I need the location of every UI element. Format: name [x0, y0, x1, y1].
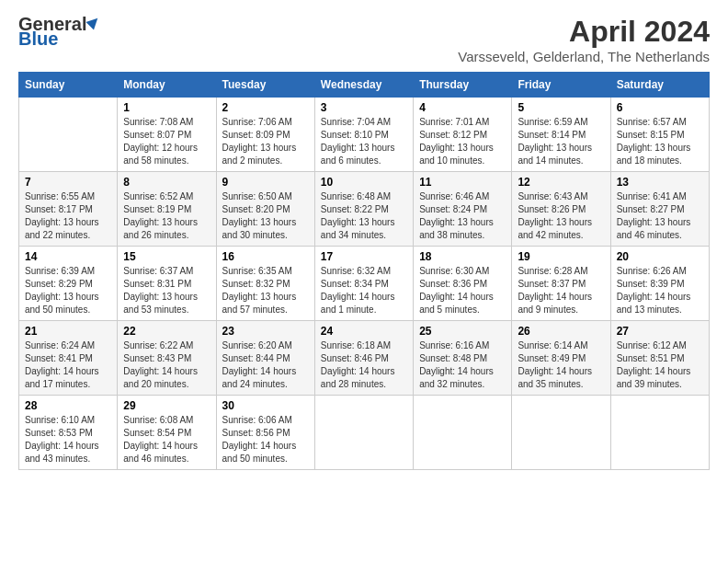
calendar-cell: 21Sunrise: 6:24 AMSunset: 8:41 PMDayligh…	[19, 321, 118, 396]
day-info-line: and 35 minutes.	[518, 379, 583, 389]
day-info-line: Sunrise: 6:46 AM	[419, 191, 489, 201]
day-info-line: Daylight: 13 hours	[617, 143, 691, 153]
day-number: 19	[518, 250, 604, 263]
day-number: 1	[123, 101, 210, 114]
calendar-cell: 26Sunrise: 6:14 AMSunset: 8:49 PMDayligh…	[512, 321, 610, 396]
header-saturday: Saturday	[610, 73, 709, 98]
day-number: 6	[617, 101, 703, 114]
day-info-line: Sunrise: 6:28 AM	[518, 266, 587, 276]
day-info: Sunrise: 6:10 AMSunset: 8:53 PMDaylight:…	[25, 414, 111, 465]
calendar-cell	[19, 98, 118, 172]
day-info-line: and 39 minutes.	[617, 379, 682, 389]
day-number: 11	[419, 176, 506, 189]
day-info-line: and 43 minutes.	[25, 454, 90, 464]
day-info-line: Sunrise: 6:57 AM	[617, 117, 687, 127]
calendar-cell: 25Sunrise: 6:16 AMSunset: 8:48 PMDayligh…	[414, 321, 512, 396]
calendar-cell: 10Sunrise: 6:48 AMSunset: 8:22 PMDayligh…	[314, 172, 413, 247]
header-tuesday: Tuesday	[216, 73, 314, 98]
day-info-line: Daylight: 13 hours	[123, 217, 198, 227]
day-info-line: and 9 minutes.	[518, 304, 578, 315]
day-info-line: Sunset: 8:51 PM	[617, 353, 685, 363]
day-info-line: and 58 minutes.	[123, 155, 188, 166]
day-info: Sunrise: 6:08 AMSunset: 8:54 PMDaylight:…	[123, 414, 210, 465]
day-info-line: Sunrise: 6:35 AM	[222, 266, 292, 276]
calendar-cell: 22Sunrise: 6:22 AMSunset: 8:43 PMDayligh…	[118, 321, 216, 396]
day-info-line: and 30 minutes.	[222, 230, 288, 240]
calendar-cell: 19Sunrise: 6:28 AMSunset: 8:37 PMDayligh…	[512, 247, 610, 321]
day-info: Sunrise: 6:37 AMSunset: 8:31 PMDaylight:…	[123, 265, 210, 316]
calendar-cell: 11Sunrise: 6:46 AMSunset: 8:24 PMDayligh…	[414, 172, 512, 247]
day-info-line: and 42 minutes.	[518, 230, 583, 240]
day-info-line: Daylight: 14 hours	[25, 366, 99, 376]
header-friday: Friday	[512, 73, 610, 98]
day-info: Sunrise: 7:08 AMSunset: 8:07 PMDaylight:…	[123, 116, 210, 167]
day-info-line: Daylight: 13 hours	[419, 143, 494, 153]
day-info-line: and 57 minutes.	[222, 304, 288, 315]
day-info: Sunrise: 6:20 AMSunset: 8:44 PMDaylight:…	[222, 339, 309, 391]
day-info-line: Sunset: 8:24 PM	[419, 204, 487, 214]
day-info-line: and 50 minutes.	[25, 304, 90, 315]
day-number: 14	[25, 250, 111, 263]
day-info-line: Daylight: 14 hours	[518, 366, 592, 376]
calendar-cell: 20Sunrise: 6:26 AMSunset: 8:39 PMDayligh…	[610, 247, 709, 321]
day-info: Sunrise: 6:06 AMSunset: 8:56 PMDaylight:…	[222, 414, 309, 465]
day-info-line: Sunrise: 6:24 AM	[25, 340, 95, 350]
day-info: Sunrise: 6:35 AMSunset: 8:32 PMDaylight:…	[222, 265, 309, 316]
calendar-week-1: 1Sunrise: 7:08 AMSunset: 8:07 PMDaylight…	[19, 98, 710, 172]
day-info-line: Daylight: 13 hours	[123, 292, 198, 302]
day-info-line: Daylight: 14 hours	[617, 366, 691, 376]
day-info-line: Sunrise: 6:43 AM	[518, 191, 587, 201]
day-info-line: Sunrise: 6:39 AM	[25, 266, 95, 276]
calendar-cell: 4Sunrise: 7:01 AMSunset: 8:12 PMDaylight…	[414, 98, 512, 172]
day-info-line: Sunrise: 6:37 AM	[123, 266, 193, 276]
day-info-line: and 10 minutes.	[419, 155, 484, 166]
day-info-line: Daylight: 13 hours	[321, 143, 395, 153]
day-info-line: Daylight: 14 hours	[419, 366, 494, 376]
day-info-line: Sunset: 8:10 PM	[321, 130, 389, 140]
day-info-line: Sunrise: 6:08 AM	[123, 415, 193, 425]
day-info-line: Daylight: 14 hours	[321, 292, 395, 302]
day-info-line: Sunrise: 6:22 AM	[123, 340, 193, 350]
day-info-line: Sunset: 8:53 PM	[25, 428, 93, 438]
calendar-cell: 29Sunrise: 6:08 AMSunset: 8:54 PMDayligh…	[118, 396, 216, 470]
day-info-line: Sunset: 8:26 PM	[518, 204, 586, 214]
day-info: Sunrise: 6:28 AMSunset: 8:37 PMDaylight:…	[518, 265, 604, 316]
day-number: 17	[321, 250, 407, 263]
day-info-line: Sunset: 8:56 PM	[222, 428, 290, 438]
day-info-line: Sunset: 8:31 PM	[123, 279, 191, 289]
day-info-line: Sunrise: 6:30 AM	[419, 266, 489, 276]
day-info-line: Sunset: 8:44 PM	[222, 353, 290, 363]
day-info: Sunrise: 6:18 AMSunset: 8:46 PMDaylight:…	[321, 339, 407, 391]
day-info-line: and 38 minutes.	[419, 230, 484, 240]
day-info: Sunrise: 6:59 AMSunset: 8:14 PMDaylight:…	[518, 116, 604, 167]
day-info: Sunrise: 6:46 AMSunset: 8:24 PMDaylight:…	[419, 190, 506, 242]
calendar-cell: 2Sunrise: 7:06 AMSunset: 8:09 PMDaylight…	[216, 98, 314, 172]
day-info-line: Sunset: 8:43 PM	[123, 353, 191, 363]
day-info-line: Sunrise: 7:01 AM	[419, 117, 489, 127]
day-info-line: Sunset: 8:17 PM	[25, 204, 93, 214]
day-info-line: Sunset: 8:39 PM	[617, 279, 685, 289]
day-number: 3	[321, 101, 407, 114]
day-info: Sunrise: 6:14 AMSunset: 8:49 PMDaylight:…	[518, 339, 604, 391]
calendar-cell: 1Sunrise: 7:08 AMSunset: 8:07 PMDaylight…	[118, 98, 216, 172]
day-number: 13	[617, 176, 703, 189]
day-info-line: Sunrise: 6:14 AM	[518, 340, 587, 350]
day-info-line: Daylight: 13 hours	[222, 292, 297, 302]
header-sunday: Sunday	[19, 73, 118, 98]
calendar-cell	[610, 396, 709, 470]
calendar-cell	[314, 396, 413, 470]
day-info-line: Sunrise: 7:04 AM	[321, 117, 391, 127]
day-info-line: Daylight: 14 hours	[321, 366, 395, 376]
page-title: April 2024	[458, 15, 710, 49]
calendar-cell: 17Sunrise: 6:32 AMSunset: 8:34 PMDayligh…	[314, 247, 413, 321]
header: General Blue April 2024 Varsseveld, Geld…	[18, 15, 710, 64]
day-number: 24	[321, 325, 407, 338]
day-info-line: Sunrise: 6:26 AM	[617, 266, 687, 276]
day-info-line: Daylight: 13 hours	[617, 217, 691, 227]
day-info-line: Daylight: 12 hours	[123, 143, 198, 153]
day-info-line: Sunrise: 6:06 AM	[222, 415, 292, 425]
day-info-line: Sunrise: 6:12 AM	[617, 340, 687, 350]
day-info-line: Sunset: 8:36 PM	[419, 279, 487, 289]
calendar-cell: 14Sunrise: 6:39 AMSunset: 8:29 PMDayligh…	[19, 247, 118, 321]
day-info-line: and 13 minutes.	[617, 304, 682, 315]
